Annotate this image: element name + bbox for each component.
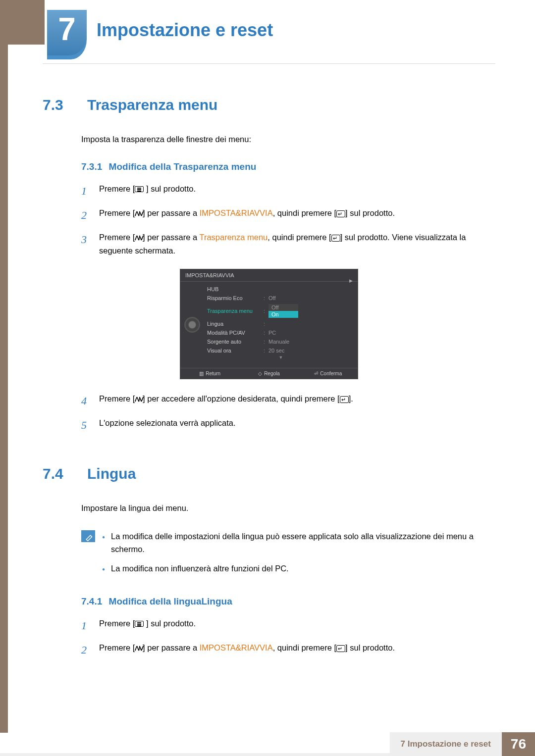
- step-2: 2 Premere [ᐱ/ᐯ] per passare a IMPOSTA&RI…: [81, 641, 495, 658]
- steps-7-3-1: 1 Premere [ ] sul prodotto. 2 Premere [ᐱ…: [81, 182, 495, 257]
- osd-label-active: Trasparenza menu: [204, 308, 264, 314]
- osd-header: IMPOSTA&RIAVVIA: [180, 269, 358, 282]
- note-text: La modifica non influenzerà altre funzio…: [111, 562, 289, 575]
- text: ] per accedere all'opzione desiderata, q…: [143, 394, 340, 403]
- osd-footer-adjust: Regola: [264, 371, 280, 376]
- osd-footer-return: Return: [206, 371, 220, 376]
- section-number: 7.3: [43, 97, 72, 113]
- note-block: ●La modifica delle impostazioni della li…: [81, 530, 495, 582]
- footer-bar: [0, 753, 448, 756]
- osd-menu-list: HUB Risparmio Eco:Off Trasparenza menu:O…: [204, 282, 358, 368]
- text: Premere [: [99, 208, 135, 217]
- enter-icon: [331, 235, 340, 242]
- text: , quindi premere [: [273, 208, 336, 217]
- text: ] sul prodotto.: [144, 619, 196, 628]
- text: Premere [: [99, 643, 135, 652]
- text: ] sul prodotto.: [345, 643, 395, 652]
- highlight: IMPOSTA&RIAVVIA: [200, 643, 273, 652]
- subsection-title: Modifica della Trasparenza menu: [109, 161, 257, 172]
- page-number: 76: [502, 732, 535, 756]
- note-icon: [81, 530, 95, 542]
- text: ] per passare a: [143, 233, 199, 242]
- subsection-7-4-1: 7.4.1 Modifica della linguaLingua: [81, 596, 495, 607]
- section-title: Trasparenza menu: [87, 97, 217, 113]
- text: ] sul prodotto.: [144, 184, 196, 193]
- text: ] per passare a: [143, 643, 200, 652]
- header-divider: [43, 63, 495, 64]
- osd-label: Modalità PC/AV: [204, 330, 264, 336]
- step-number: 2: [81, 206, 90, 224]
- osd-label: Lingua: [204, 321, 264, 327]
- osd-option: Off: [268, 304, 298, 311]
- text: Premere [: [99, 619, 135, 628]
- text: , quindi premere [: [268, 233, 331, 242]
- section-number: 7.4: [43, 465, 72, 482]
- osd-side-icon: [180, 282, 204, 368]
- step-number: 4: [81, 392, 90, 409]
- chevron-down-icon: ▼: [204, 355, 358, 362]
- enter-icon: [336, 210, 345, 217]
- section-7-4-heading: 7.4 Lingua: [43, 465, 495, 482]
- step-2: 2 Premere [ᐱ/ᐯ] per passare a IMPOSTA&RI…: [81, 206, 495, 224]
- updown-icon: ᐱ/ᐯ: [135, 234, 143, 242]
- osd-screenshot: IMPOSTA&RIAVVIA HUB Risparmio Eco:Off Tr…: [180, 269, 358, 379]
- enter-icon: ⏎: [314, 371, 318, 376]
- page-footer: 7 Impostazione e reset 76: [390, 732, 535, 756]
- osd-value: PC: [268, 330, 358, 336]
- osd-footer: ▥Return ◇Regola ⏎Conferma: [180, 368, 358, 379]
- bullet-icon: ●: [102, 533, 105, 555]
- side-strip: [0, 0, 8, 733]
- updown-icon: ᐱ/ᐯ: [135, 645, 143, 652]
- osd-label: Risparmio Eco: [204, 295, 264, 301]
- updown-icon: ᐱ/ᐯ: [135, 210, 143, 217]
- section-intro: Imposta la trasparenza delle finestre de…: [81, 133, 495, 146]
- highlight: IMPOSTA&RIAVVIA: [200, 208, 273, 217]
- step-number: 1: [81, 182, 90, 200]
- step-5: 5 L'opzione selezionata verrà applicata.: [81, 416, 495, 434]
- highlight: Trasparenza menu: [199, 233, 268, 242]
- subsection-7-3-1: 7.3.1 Modifica della Trasparenza menu: [81, 161, 495, 172]
- chapter-title: Impostazione e reset: [97, 20, 273, 41]
- osd-label: Sorgente auto: [204, 339, 264, 345]
- text: Premere [: [99, 394, 135, 403]
- updown-icon: ᐱ/ᐯ: [135, 396, 143, 403]
- steps-7-4-1: 1 Premere [ ] sul prodotto. 2 Premere [ᐱ…: [81, 617, 495, 658]
- note-text: La modifica delle impostazioni della lin…: [111, 530, 495, 555]
- text: ] sul prodotto.: [345, 208, 395, 217]
- osd-value: Off: [268, 295, 358, 301]
- step-1: 1 Premere [ ] sul prodotto.: [81, 182, 495, 200]
- step-number: 1: [81, 617, 90, 634]
- step-3: 3 Premere [ᐱ/ᐯ] per passare a Trasparenz…: [81, 231, 495, 257]
- text: ] per passare a: [143, 208, 200, 217]
- step-number: 5: [81, 416, 90, 434]
- text: Premere [: [99, 184, 135, 193]
- text: Premere [: [99, 233, 135, 242]
- step-1: 1 Premere [ ] sul prodotto.: [81, 617, 495, 634]
- chapter-number: 7: [47, 10, 87, 55]
- menu-icon: [135, 621, 144, 627]
- text: L'opzione selezionata verrà applicata.: [99, 416, 495, 434]
- steps-7-3-1-cont: 4 Premere [ᐱ/ᐯ] per accedere all'opzione…: [81, 392, 495, 434]
- section-7-3-heading: 7.3 Trasparenza menu: [43, 97, 495, 113]
- text: , quindi premere [: [273, 643, 336, 652]
- corner-tab: [0, 0, 45, 45]
- osd-option-selected: On: [268, 311, 298, 318]
- footer-text: 7 Impostazione e reset: [390, 732, 502, 756]
- gear-icon: [186, 318, 199, 331]
- diamond-icon: ◇: [258, 371, 262, 376]
- step-number: 3: [81, 231, 90, 257]
- section-intro: Impostare la lingua dei menu.: [81, 502, 495, 514]
- step-number: 2: [81, 641, 90, 658]
- chapter-badge: 7: [47, 10, 87, 59]
- subsection-title: Modifica della linguaLingua: [109, 596, 232, 606]
- subsection-number: 7.4.1: [81, 596, 102, 606]
- enter-icon: [336, 645, 345, 652]
- menu-icon: [135, 186, 144, 192]
- osd-value: Manuale: [268, 339, 358, 345]
- subsection-number: 7.3.1: [81, 161, 102, 172]
- osd-label: Visual ora: [204, 348, 264, 353]
- text: ].: [349, 394, 353, 403]
- section-title: Lingua: [87, 465, 136, 482]
- menu-icon: ▥: [199, 371, 204, 376]
- enter-icon: [340, 396, 349, 403]
